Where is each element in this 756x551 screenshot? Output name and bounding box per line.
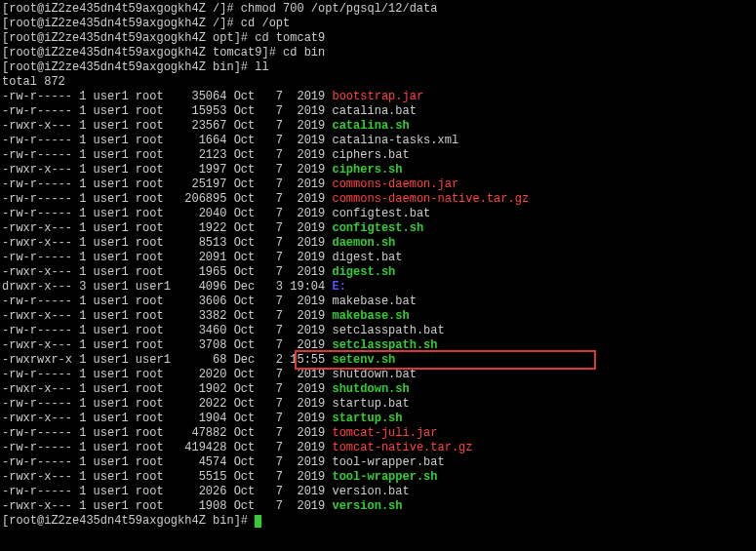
prompt: [root@iZ2ze435dn4t59axgogkh4Z bin]#: [2, 60, 255, 74]
file-name: ciphers.bat: [332, 148, 409, 162]
file-name: commons-daemon-native.tar.gz: [332, 192, 529, 206]
file-name: commons-daemon.jar: [332, 177, 458, 191]
file-name: startup.bat: [332, 397, 409, 411]
file-name: digest.sh: [332, 265, 395, 279]
file-name: setclasspath.bat: [332, 324, 444, 337]
file-row: -rw-r----- 1 user1 root 2123 Oct 7 2019 …: [2, 148, 754, 163]
file-name: tool-wrapper.bat: [332, 455, 444, 469]
file-name: catalina-tasks.xml: [332, 134, 458, 147]
command-text: cd /opt: [241, 17, 290, 30]
file-name: tomcat-native.tar.gz: [332, 441, 472, 454]
file-name: ciphers.sh: [332, 163, 402, 177]
file-row: -rw-r----- 1 user1 root 3606 Oct 7 2019 …: [2, 295, 754, 309]
prompt: [root@iZ2ze435dn4t59axgogkh4Z /]#: [2, 2, 241, 16]
file-name: daemon.sh: [332, 236, 395, 250]
prompt: [root@iZ2ze435dn4t59axgogkh4Z bin]#: [2, 514, 255, 528]
file-row: -rw-r----- 1 user1 root 3460 Oct 7 2019 …: [2, 324, 754, 338]
file-name: makebase.sh: [332, 309, 409, 323]
file-row: -rwxr-x--- 1 user1 root 1904 Oct 7 2019 …: [2, 412, 754, 426]
file-row: -rwxr-x--- 1 user1 root 1997 Oct 7 2019 …: [2, 163, 754, 177]
file-name: shutdown.sh: [332, 382, 409, 396]
file-row: -rwxr-x--- 1 user1 root 8513 Oct 7 2019 …: [2, 236, 754, 251]
prompt: [root@iZ2ze435dn4t59axgogkh4Z /]#: [2, 17, 241, 30]
cursor: [255, 515, 261, 528]
total-line: total 872: [2, 75, 754, 90]
file-name: catalina.bat: [332, 104, 416, 118]
file-row: -rw-r----- 1 user1 root 1664 Oct 7 2019 …: [2, 134, 754, 148]
file-row: -rw-r----- 1 user1 root 4574 Oct 7 2019 …: [2, 455, 754, 470]
prompt: [root@iZ2ze435dn4t59axgogkh4Z opt]#: [2, 31, 255, 45]
file-row: -rwxr-x--- 1 user1 root 1922 Oct 7 2019 …: [2, 221, 754, 236]
file-row: -rwxr-x--- 1 user1 root 3708 Oct 7 2019 …: [2, 338, 754, 353]
file-name: shutdown.bat: [332, 368, 416, 381]
file-name: E:: [332, 280, 345, 294]
file-name: startup.sh: [332, 412, 402, 425]
file-row: -rw-r----- 1 user1 root 206895 Oct 7 201…: [2, 192, 754, 207]
terminal-output[interactable]: [root@iZ2ze435dn4t59axgogkh4Z /]# chmod …: [2, 2, 754, 529]
command-text: ll: [255, 60, 268, 74]
file-row: -rwxrwxr-x 1 user1 user1 68 Dec 2 15:55 …: [2, 353, 754, 368]
file-name: makebase.bat: [332, 295, 416, 308]
file-name: configtest.sh: [332, 221, 423, 235]
file-name: bootstrap.jar: [332, 90, 423, 103]
file-name: tool-wrapper.sh: [332, 470, 437, 484]
file-row: -rwxr-x--- 1 user1 root 5515 Oct 7 2019 …: [2, 470, 754, 485]
file-row: -rwxr-x--- 1 user1 root 3382 Oct 7 2019 …: [2, 309, 754, 324]
command-text: cd tomcat9: [255, 31, 325, 45]
file-row: -rw-r----- 1 user1 root 25197 Oct 7 2019…: [2, 177, 754, 192]
file-row: -rwxr-x--- 1 user1 root 1965 Oct 7 2019 …: [2, 265, 754, 280]
file-row: -rw-r----- 1 user1 root 2091 Oct 7 2019 …: [2, 251, 754, 265]
file-row: -rwxr-x--- 1 user1 root 23567 Oct 7 2019…: [2, 119, 754, 134]
file-row: -rwxr-x--- 1 user1 root 1908 Oct 7 2019 …: [2, 499, 754, 514]
file-name: version.sh: [332, 499, 402, 513]
file-row: -rw-r----- 1 user1 root 47882 Oct 7 2019…: [2, 426, 754, 441]
file-name: catalina.sh: [332, 119, 409, 133]
file-row: -rw-r----- 1 user1 root 2040 Oct 7 2019 …: [2, 207, 754, 221]
file-row: -rw-r----- 1 user1 root 35064 Oct 7 2019…: [2, 90, 754, 104]
file-name: setenv.sh: [332, 353, 395, 367]
command-text: chmod 700 /opt/pgsql/12/data: [241, 2, 438, 16]
file-row: -rw-r----- 1 user1 root 2026 Oct 7 2019 …: [2, 485, 754, 499]
file-row: drwxr-x--- 3 user1 user1 4096 Dec 3 19:0…: [2, 280, 754, 295]
file-name: tomcat-juli.jar: [332, 426, 437, 440]
file-name: configtest.bat: [332, 207, 430, 220]
prompt: [root@iZ2ze435dn4t59axgogkh4Z tomcat9]#: [2, 46, 283, 59]
command-text: cd bin: [283, 46, 325, 59]
file-row: -rw-r----- 1 user1 root 2020 Oct 7 2019 …: [2, 368, 754, 382]
file-row: -rw-r----- 1 user1 root 2022 Oct 7 2019 …: [2, 397, 754, 412]
file-name: version.bat: [332, 485, 409, 498]
file-row: -rw-r----- 1 user1 root 15953 Oct 7 2019…: [2, 104, 754, 119]
file-name: setclasspath.sh: [332, 338, 437, 352]
file-name: digest.bat: [332, 251, 402, 264]
file-row: -rwxr-x--- 1 user1 root 1902 Oct 7 2019 …: [2, 382, 754, 397]
file-row: -rw-r----- 1 user1 root 419428 Oct 7 201…: [2, 441, 754, 455]
